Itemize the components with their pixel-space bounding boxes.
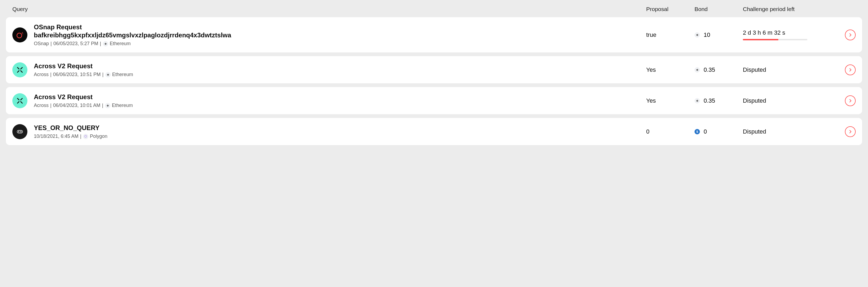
chevron-right-icon bbox=[848, 68, 852, 72]
row-source: Across bbox=[34, 72, 49, 77]
yesno-icon bbox=[12, 124, 27, 139]
svg-line-10 bbox=[18, 102, 19, 103]
svg-rect-12 bbox=[17, 130, 23, 133]
svg-point-13 bbox=[18, 131, 19, 132]
chevron-right-icon bbox=[848, 130, 852, 134]
across-icon bbox=[12, 62, 27, 77]
row-open-button[interactable] bbox=[845, 64, 856, 75]
row-timestamp: 06/04/2023, 10:01 AM bbox=[53, 103, 100, 108]
row-open-button[interactable] bbox=[845, 126, 856, 137]
svg-point-1 bbox=[22, 33, 22, 33]
table-header: Query Proposal Bond Challenge period lef… bbox=[6, 6, 862, 17]
row-open-button[interactable] bbox=[845, 30, 856, 40]
svg-line-9 bbox=[21, 98, 22, 100]
chevron-right-icon bbox=[848, 99, 852, 103]
polygon-icon: ⬡ bbox=[83, 134, 88, 139]
row-challenge: Disputed bbox=[743, 66, 834, 74]
across-icon bbox=[12, 93, 27, 108]
row-timestamp: 06/05/2023, 5:27 PM bbox=[54, 41, 98, 47]
header-query: Query bbox=[12, 6, 646, 12]
row-bond: ◆10 bbox=[694, 31, 743, 38]
row-title: Across V2 Request bbox=[34, 93, 642, 101]
row-source: Across bbox=[34, 103, 49, 108]
row-proposal: Yes bbox=[646, 66, 694, 74]
challenge-progress bbox=[743, 39, 807, 40]
row-hash: bafkreibhgg5kxpfxxljdz65vmgslvxzlpaglozd… bbox=[34, 31, 642, 39]
row-bond: ◆0.35 bbox=[694, 97, 743, 104]
row-meta: Across| 06/04/2023, 10:01 AM| ◆ Ethereum bbox=[34, 103, 642, 108]
row-challenge: Disputed bbox=[743, 128, 834, 135]
svg-line-5 bbox=[21, 67, 22, 69]
row-chain: Ethereum bbox=[112, 103, 133, 108]
row-proposal: 0 bbox=[646, 128, 694, 135]
svg-line-11 bbox=[21, 102, 22, 103]
header-bond: Bond bbox=[694, 6, 743, 12]
table-row[interactable]: OSnap Requestbafkreibhgg5kxpfxxljdz65vmg… bbox=[6, 17, 862, 52]
row-chain: Ethereum bbox=[112, 72, 133, 77]
row-chain: Ethereum bbox=[110, 41, 131, 47]
chevron-right-icon bbox=[848, 33, 852, 37]
row-challenge: Disputed bbox=[743, 97, 834, 104]
ethereum-icon: ◆ bbox=[694, 67, 700, 73]
ethereum-icon: ◆ bbox=[103, 41, 108, 47]
header-proposal: Proposal bbox=[646, 6, 694, 12]
row-timestamp: 06/06/2023, 10:51 PM bbox=[53, 72, 101, 77]
svg-point-14 bbox=[21, 131, 22, 132]
row-meta: 10/18/2021, 6:45 AM| ⬡ Polygon bbox=[34, 134, 642, 139]
svg-point-3 bbox=[22, 32, 23, 33]
row-proposal: true bbox=[646, 31, 694, 38]
row-proposal: Yes bbox=[646, 97, 694, 104]
svg-point-0 bbox=[17, 33, 22, 38]
row-meta: OSnap| 06/05/2023, 5:27 PM| ◆ Ethereum bbox=[34, 41, 642, 47]
svg-line-7 bbox=[21, 71, 22, 72]
svg-line-4 bbox=[18, 67, 19, 69]
table-row[interactable]: YES_OR_NO_QUERY10/18/2021, 6:45 AM| ⬡ Po… bbox=[6, 118, 862, 145]
row-meta: Across| 06/06/2023, 10:51 PM| ◆ Ethereum bbox=[34, 72, 642, 77]
query-table: Query Proposal Bond Challenge period lef… bbox=[6, 6, 862, 145]
row-open-button[interactable] bbox=[845, 95, 856, 106]
table-row[interactable]: Across V2 RequestAcross| 06/06/2023, 10:… bbox=[6, 56, 862, 83]
row-bond: ◆0.35 bbox=[694, 66, 743, 74]
ethereum-icon: ◆ bbox=[105, 103, 111, 108]
ethereum-icon: ◆ bbox=[105, 72, 111, 77]
svg-line-8 bbox=[18, 98, 19, 100]
row-source: OSnap bbox=[34, 41, 49, 47]
svg-point-2 bbox=[23, 34, 23, 34]
header-challenge: Challenge period left bbox=[743, 6, 834, 12]
svg-line-6 bbox=[18, 71, 19, 72]
row-bond: $0 bbox=[694, 128, 743, 135]
row-challenge: 2 d 3 h 6 m 32 s bbox=[743, 29, 834, 40]
ethereum-icon: ◆ bbox=[694, 32, 700, 38]
row-title: YES_OR_NO_QUERY bbox=[34, 124, 642, 132]
table-row[interactable]: Across V2 RequestAcross| 06/04/2023, 10:… bbox=[6, 87, 862, 114]
row-title: Across V2 Request bbox=[34, 62, 642, 70]
usd-icon: $ bbox=[694, 129, 700, 134]
osnap-icon bbox=[12, 27, 27, 42]
row-title: OSnap Request bbox=[34, 23, 642, 31]
row-timestamp: 10/18/2021, 6:45 AM bbox=[34, 134, 79, 139]
ethereum-icon: ◆ bbox=[694, 98, 700, 104]
row-chain: Polygon bbox=[90, 134, 107, 139]
